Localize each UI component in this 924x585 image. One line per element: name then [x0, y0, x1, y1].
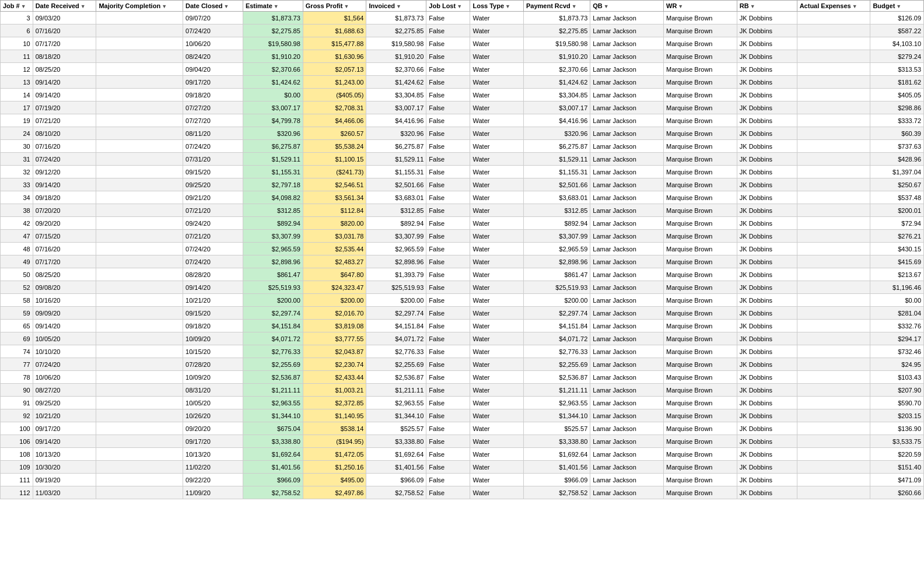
- cell-payment_rcvd: $4,151.84: [523, 320, 590, 332]
- col-header-rb[interactable]: RB▼: [737, 1, 797, 12]
- col-header-majority_completion[interactable]: Majority Completion▼: [96, 1, 183, 12]
- cell-job_lost: False: [426, 255, 470, 268]
- cell-qb: Lamar Jackson: [590, 12, 664, 24]
- cell-job_id: 90: [1, 384, 33, 397]
- table-row: 2408/10/2008/11/20$320.96$260.57$320.96F…: [1, 127, 924, 140]
- col-label: WR: [666, 2, 677, 9]
- cell-payment_rcvd: $3,307.99: [523, 230, 590, 243]
- cell-gross_profit: $4,466.06: [303, 114, 366, 127]
- cell-estimate: $1,401.56: [243, 461, 303, 474]
- cell-invoiced: $1,211.11: [366, 384, 426, 397]
- cell-estimate: $312.85: [243, 204, 303, 217]
- cell-payment_rcvd: $2,275.85: [523, 24, 590, 37]
- cell-date_received: 09/03/20: [33, 12, 96, 24]
- col-header-date_closed[interactable]: Date Closed▼: [183, 1, 243, 12]
- cell-budget: $430.15: [870, 243, 924, 255]
- col-label: Majority Completion: [99, 2, 160, 9]
- col-header-gross_profit[interactable]: Gross Profit▼: [303, 1, 366, 12]
- table-row: 7707/24/2007/28/20$2,255.69$2,230.74$2,2…: [1, 358, 924, 371]
- col-header-estimate[interactable]: Estimate▼: [243, 1, 303, 12]
- cell-wr: Marquise Brown: [664, 307, 737, 320]
- cell-date_received: 09/12/20: [33, 166, 96, 178]
- cell-majority_completion: [96, 384, 183, 397]
- cell-budget: $276.21: [870, 230, 924, 243]
- cell-date_received: 08/10/20: [33, 127, 96, 140]
- cell-job_lost: False: [426, 230, 470, 243]
- cell-actual_expenses: [797, 422, 870, 435]
- col-header-payment_rcvd[interactable]: Payment Rcvd▼: [523, 1, 590, 12]
- cell-budget: $1,196.46: [870, 281, 924, 294]
- cell-majority_completion: [96, 140, 183, 153]
- cell-estimate: $2,536.87: [243, 371, 303, 384]
- cell-estimate: $1,873.73: [243, 12, 303, 24]
- cell-majority_completion: [96, 12, 183, 24]
- cell-rb: JK Dobbins: [737, 12, 797, 24]
- cell-budget: $405.05: [870, 89, 924, 101]
- cell-qb: Lamar Jackson: [590, 307, 664, 320]
- cell-rb: JK Dobbins: [737, 486, 797, 499]
- cell-date_received: 10/10/20: [33, 345, 96, 358]
- cell-loss_type: Water: [470, 50, 523, 63]
- cell-majority_completion: [96, 397, 183, 409]
- cell-payment_rcvd: $1,401.56: [523, 461, 590, 474]
- cell-qb: Lamar Jackson: [590, 204, 664, 217]
- cell-invoiced: $3,338.80: [366, 435, 426, 448]
- cell-job_lost: False: [426, 166, 470, 178]
- cell-budget: $200.01: [870, 204, 924, 217]
- cell-budget: $415.69: [870, 255, 924, 268]
- cell-job_id: 19: [1, 114, 33, 127]
- cell-loss_type: Water: [470, 217, 523, 230]
- cell-invoiced: $2,501.66: [366, 178, 426, 191]
- cell-majority_completion: [96, 153, 183, 166]
- cell-budget: $0.00: [870, 294, 924, 307]
- col-label: Budget: [873, 2, 895, 9]
- cell-actual_expenses: [797, 345, 870, 358]
- col-header-job_id[interactable]: Job #▼: [1, 1, 33, 12]
- cell-job_id: 17: [1, 101, 33, 114]
- cell-qb: Lamar Jackson: [590, 191, 664, 204]
- cell-estimate: $861.47: [243, 268, 303, 281]
- cell-job_lost: False: [426, 474, 470, 486]
- col-header-invoiced[interactable]: Invoiced▼: [366, 1, 426, 12]
- cell-job_id: 50: [1, 268, 33, 281]
- cell-estimate: $1,424.62: [243, 76, 303, 89]
- cell-date_received: 09/14/20: [33, 178, 96, 191]
- cell-wr: Marquise Brown: [664, 89, 737, 101]
- table-row: 1007/17/2010/06/20$19,580.98$15,477.88$1…: [1, 37, 924, 50]
- cell-rb: JK Dobbins: [737, 76, 797, 89]
- cell-qb: Lamar Jackson: [590, 448, 664, 461]
- col-header-qb[interactable]: QB▼: [590, 1, 664, 12]
- cell-job_lost: False: [426, 307, 470, 320]
- table-row: 9008/27/2008/31/20$1,211.11$1,003.21$1,2…: [1, 384, 924, 397]
- cell-rb: JK Dobbins: [737, 409, 797, 422]
- cell-invoiced: $2,963.55: [366, 397, 426, 409]
- cell-budget: $471.09: [870, 474, 924, 486]
- cell-invoiced: $2,898.96: [366, 255, 426, 268]
- col-header-date_received[interactable]: Date Received▼: [33, 1, 96, 12]
- cell-job_id: 42: [1, 217, 33, 230]
- cell-wr: Marquise Brown: [664, 345, 737, 358]
- cell-wr: Marquise Brown: [664, 50, 737, 63]
- cell-rb: JK Dobbins: [737, 230, 797, 243]
- cell-invoiced: $525.57: [366, 422, 426, 435]
- cell-job_lost: False: [426, 332, 470, 345]
- cell-wr: Marquise Brown: [664, 255, 737, 268]
- col-header-loss_type[interactable]: Loss Type▼: [470, 1, 523, 12]
- cell-payment_rcvd: $19,580.98: [523, 37, 590, 50]
- cell-budget: $537.48: [870, 191, 924, 204]
- col-header-wr[interactable]: WR▼: [664, 1, 737, 12]
- cell-qb: Lamar Jackson: [590, 397, 664, 409]
- cell-wr: Marquise Brown: [664, 178, 737, 191]
- cell-wr: Marquise Brown: [664, 448, 737, 461]
- col-header-job_lost[interactable]: Job Lost▼: [426, 1, 470, 12]
- cell-wr: Marquise Brown: [664, 332, 737, 345]
- cell-job_id: 109: [1, 461, 33, 474]
- table-row: 9109/25/2010/05/20$2,963.55$2,372.85$2,9…: [1, 397, 924, 409]
- col-header-budget[interactable]: Budget▼: [870, 1, 924, 12]
- cell-payment_rcvd: $3,338.80: [523, 435, 590, 448]
- cell-date_received: 08/25/20: [33, 268, 96, 281]
- col-header-actual_expenses[interactable]: Actual Expenses▼: [797, 1, 870, 12]
- cell-invoiced: $2,275.85: [366, 24, 426, 37]
- cell-wr: Marquise Brown: [664, 358, 737, 371]
- cell-rb: JK Dobbins: [737, 114, 797, 127]
